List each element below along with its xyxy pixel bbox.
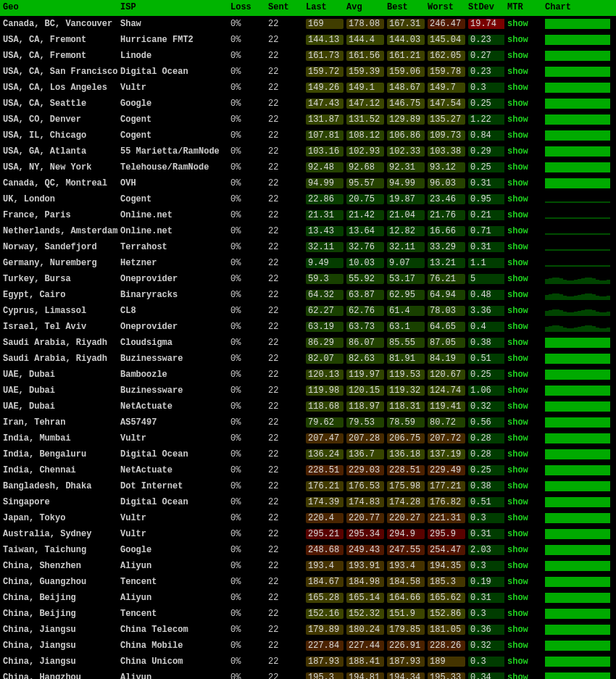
col-isp[interactable]: ISP xyxy=(117,0,228,16)
chart-sparkline[interactable] xyxy=(545,226,610,236)
col-sent[interactable]: Sent xyxy=(265,0,303,16)
mtr-show-link[interactable]: show xyxy=(507,672,528,679)
mtr-show-link[interactable]: show xyxy=(507,561,528,571)
chart-sparkline[interactable] xyxy=(545,513,610,523)
mtr-show-link[interactable]: show xyxy=(507,386,528,396)
mtr-show-link[interactable]: show xyxy=(507,449,528,459)
mtr-show-link[interactable]: show xyxy=(507,497,528,507)
chart-sparkline[interactable] xyxy=(545,465,610,475)
mtr-show-link[interactable]: show xyxy=(507,641,528,651)
mtr-show-link[interactable]: show xyxy=(507,130,528,141)
mtr-show-link[interactable]: show xyxy=(507,657,528,667)
mtr-show-link[interactable]: show xyxy=(507,593,528,603)
chart-sparkline[interactable] xyxy=(545,83,610,93)
col-loss[interactable]: Loss xyxy=(228,0,265,16)
chart-sparkline[interactable] xyxy=(545,51,610,61)
col-stdev[interactable]: StDev xyxy=(465,0,504,16)
mtr-show-link[interactable]: show xyxy=(507,194,528,204)
chart-sparkline[interactable] xyxy=(545,322,610,332)
chart-sparkline[interactable] xyxy=(545,529,610,539)
chart-sparkline[interactable] xyxy=(545,354,610,364)
chart-sparkline[interactable] xyxy=(545,306,610,316)
chart-sparkline[interactable] xyxy=(545,561,610,571)
mtr-show-link[interactable]: show xyxy=(507,19,528,29)
col-chart[interactable]: Chart xyxy=(542,0,616,16)
chart-sparkline[interactable] xyxy=(545,593,610,603)
mtr-show-link[interactable]: show xyxy=(507,417,528,428)
chart-sparkline[interactable] xyxy=(545,130,610,141)
mtr-show-link[interactable]: show xyxy=(507,465,528,475)
mtr-show-link[interactable]: show xyxy=(507,178,528,188)
chart-sparkline[interactable] xyxy=(545,338,610,348)
mtr-show-link[interactable]: show xyxy=(507,433,528,443)
mtr-show-link[interactable]: show xyxy=(507,242,528,252)
mtr-show-link[interactable]: show xyxy=(507,370,528,380)
col-geo[interactable]: Geo xyxy=(0,0,117,16)
chart-sparkline[interactable] xyxy=(545,162,610,172)
col-last[interactable]: Last xyxy=(303,0,344,16)
mtr-show-link[interactable]: show xyxy=(507,354,528,364)
mtr-show-link[interactable]: show xyxy=(507,35,528,45)
mtr-show-link[interactable]: show xyxy=(507,306,528,316)
chart-sparkline[interactable] xyxy=(545,497,610,507)
mtr-show-link[interactable]: show xyxy=(507,226,528,236)
chart-sparkline[interactable] xyxy=(545,625,610,635)
col-best[interactable]: Best xyxy=(384,0,425,16)
chart-sparkline[interactable] xyxy=(545,194,610,204)
chart-sparkline[interactable] xyxy=(545,99,610,109)
col-mtr[interactable]: MTR xyxy=(504,0,542,16)
cell-last: 119.98 xyxy=(303,383,344,399)
chart-sparkline[interactable] xyxy=(545,67,610,77)
chart-sparkline[interactable] xyxy=(545,609,610,619)
mtr-show-link[interactable]: show xyxy=(507,99,528,109)
mtr-show-link[interactable]: show xyxy=(507,274,528,284)
col-worst[interactable]: Worst xyxy=(425,0,465,16)
chart-sparkline[interactable] xyxy=(545,577,610,587)
chart-sparkline[interactable] xyxy=(545,386,610,396)
chart-sparkline[interactable] xyxy=(545,417,610,428)
chart-sparkline[interactable] xyxy=(545,210,610,220)
chart-sparkline[interactable] xyxy=(545,290,610,300)
chart-sparkline[interactable] xyxy=(545,545,610,555)
mtr-show-link[interactable]: show xyxy=(507,625,528,635)
chart-sparkline[interactable] xyxy=(545,19,610,29)
mtr-show-link[interactable]: show xyxy=(507,577,528,587)
mtr-show-link[interactable]: show xyxy=(507,290,528,300)
chart-sparkline[interactable] xyxy=(545,258,610,268)
chart-sparkline[interactable] xyxy=(545,146,610,157)
mtr-show-link[interactable]: show xyxy=(507,51,528,61)
chart-sparkline[interactable] xyxy=(545,242,610,252)
mtr-show-link[interactable]: show xyxy=(507,401,528,412)
mtr-show-link[interactable]: show xyxy=(507,481,528,491)
chart-sparkline[interactable] xyxy=(545,178,610,188)
chart-sparkline[interactable] xyxy=(545,481,610,491)
chart-sparkline[interactable] xyxy=(545,672,610,679)
chart-sparkline[interactable] xyxy=(545,274,610,284)
cell-stdev: 0.3 xyxy=(465,80,504,96)
chart-sparkline[interactable] xyxy=(545,433,610,443)
mtr-show-link[interactable]: show xyxy=(507,513,528,523)
chart-sparkline[interactable] xyxy=(545,641,610,651)
mtr-show-link[interactable]: show xyxy=(507,609,528,619)
cell-sent: 22 xyxy=(265,351,303,367)
chart-sparkline[interactable] xyxy=(545,449,610,459)
cell-loss: 0% xyxy=(228,430,265,446)
chart-sparkline[interactable] xyxy=(545,114,610,125)
chart-sparkline[interactable] xyxy=(545,35,610,45)
chart-sparkline[interactable] xyxy=(545,657,610,667)
mtr-show-link[interactable]: show xyxy=(507,67,528,77)
cell-geo: Taiwan, Taichung xyxy=(0,542,117,558)
mtr-show-link[interactable]: show xyxy=(507,529,528,539)
chart-sparkline[interactable] xyxy=(545,401,610,412)
mtr-show-link[interactable]: show xyxy=(507,114,528,125)
mtr-show-link[interactable]: show xyxy=(507,545,528,555)
mtr-show-link[interactable]: show xyxy=(507,162,528,172)
col-avg[interactable]: Avg xyxy=(344,0,384,16)
chart-sparkline[interactable] xyxy=(545,370,610,380)
mtr-show-link[interactable]: show xyxy=(507,258,528,268)
mtr-show-link[interactable]: show xyxy=(507,210,528,220)
mtr-show-link[interactable]: show xyxy=(507,322,528,332)
mtr-show-link[interactable]: show xyxy=(507,338,528,348)
mtr-show-link[interactable]: show xyxy=(507,83,528,93)
mtr-show-link[interactable]: show xyxy=(507,146,528,157)
